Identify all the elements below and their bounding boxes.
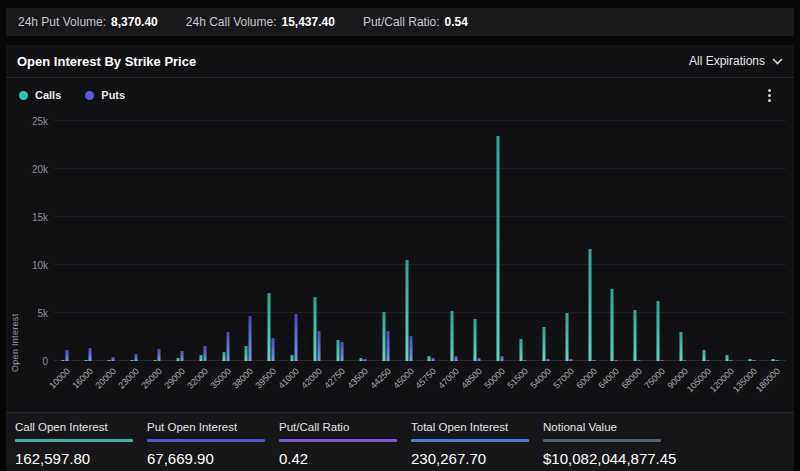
strike-group-75000[interactable] — [657, 301, 664, 361]
strike-group-43500[interactable] — [359, 358, 366, 361]
y-axis-tick-label: 20k — [6, 164, 48, 175]
put-bar — [203, 346, 206, 361]
strike-group-135000[interactable] — [748, 359, 755, 361]
put-bar — [729, 360, 732, 361]
x-axis-label: 51500 — [505, 366, 530, 391]
strike-group-10000[interactable] — [62, 350, 69, 361]
put-volume-24h-value: 8,370.40 — [111, 15, 158, 29]
call-bar — [176, 358, 179, 361]
x-axis-label: 64000 — [597, 366, 622, 391]
stat-label: Put Open Interest — [147, 421, 279, 433]
call-bar — [405, 260, 408, 361]
strike-group-48500[interactable] — [474, 319, 481, 361]
call-bar — [702, 350, 705, 361]
strike-group-44250[interactable] — [382, 312, 389, 361]
strike-group-29000[interactable] — [176, 351, 183, 361]
put-bar — [180, 351, 183, 361]
strike-group-35000[interactable] — [222, 332, 229, 361]
call-bar — [382, 312, 385, 361]
put-bar — [569, 359, 572, 361]
call-bar — [497, 136, 500, 361]
put-open-interest-stat: Put Open Interest 67,669.90 — [147, 421, 279, 471]
put-bar — [318, 331, 321, 361]
strike-group-54000[interactable] — [542, 327, 549, 361]
put-bar — [546, 359, 549, 361]
expirations-dropdown[interactable]: All Expirations — [689, 54, 783, 68]
open-interest-panel: Open Interest By Strike Price All Expira… — [6, 45, 794, 471]
put-bar — [112, 357, 115, 361]
x-axis-label: 105000 — [685, 366, 713, 394]
x-axis-label: 120000 — [708, 366, 736, 394]
chevron-down-icon — [772, 58, 783, 65]
strike-group-68000[interactable] — [634, 310, 641, 361]
x-axis-label: 35000 — [208, 366, 233, 391]
strike-group-51500[interactable] — [519, 339, 526, 361]
put-bar — [386, 331, 389, 361]
strike-group-64000[interactable] — [611, 289, 618, 361]
x-axis-label: 45000 — [391, 366, 416, 391]
put-bar — [135, 354, 138, 361]
call-bar — [268, 293, 271, 361]
strike-group-180000[interactable] — [771, 359, 778, 361]
strike-group-20000[interactable] — [108, 357, 115, 361]
stat-label: Put/Call Ratio — [279, 421, 411, 433]
put-bar — [501, 356, 504, 361]
call-bar — [519, 339, 522, 361]
call-bar — [771, 359, 774, 361]
chart-legend: Calls Puts — [6, 78, 794, 112]
put-bar — [615, 360, 618, 361]
call-bar — [314, 297, 317, 361]
call-volume-24h: 24h Call Volume:15,437.40 — [186, 15, 335, 29]
put-bar — [363, 359, 366, 361]
call-bar — [680, 332, 683, 361]
call-bar — [428, 356, 431, 361]
put-call-ratio-24h-value: 0.54 — [445, 15, 468, 29]
strike-group-45000[interactable] — [405, 260, 412, 361]
strike-group-60000[interactable] — [588, 249, 595, 361]
strike-group-57000[interactable] — [565, 313, 572, 361]
put-bar — [89, 348, 92, 361]
strike-group-32000[interactable] — [199, 346, 206, 361]
call-bar — [245, 346, 248, 361]
put-bar — [272, 338, 275, 361]
strike-group-47000[interactable] — [451, 311, 458, 361]
put-bar — [157, 349, 160, 361]
call-bar — [222, 352, 225, 361]
put-call-ratio-24h: Put/Call Ratio:0.54 — [363, 15, 468, 29]
strike-group-41000[interactable] — [291, 314, 298, 361]
put-bar — [340, 342, 343, 361]
y-axis-tick-label: 0 — [6, 356, 48, 367]
x-axis-label: 42750 — [322, 366, 347, 391]
put-bar — [478, 358, 481, 361]
footer-stats-bar: Call Open Interest 162,597.80 Put Open I… — [6, 412, 794, 471]
y-axis-tick-label: 5k — [6, 308, 48, 319]
strike-group-42000[interactable] — [314, 297, 321, 361]
strike-group-16000[interactable] — [85, 348, 92, 361]
kebab-menu-icon[interactable] — [760, 85, 778, 105]
strike-group-90000[interactable] — [680, 332, 687, 361]
x-axis-label: 57000 — [551, 366, 576, 391]
put-bar — [661, 360, 664, 361]
strike-group-50000[interactable] — [497, 136, 504, 361]
stat-underline — [543, 439, 661, 442]
puts-dot-icon — [85, 91, 94, 100]
strike-group-38000[interactable] — [245, 316, 252, 361]
expirations-dropdown-label: All Expirations — [689, 54, 765, 68]
x-axis-label: 29000 — [162, 366, 187, 391]
legend-item-calls[interactable]: Calls — [19, 89, 61, 101]
put-bar — [592, 360, 595, 361]
stat-label: Total Open Interest — [411, 421, 543, 433]
legend-item-puts[interactable]: Puts — [85, 89, 125, 101]
strike-group-42750[interactable] — [336, 340, 343, 361]
call-bar — [359, 358, 362, 361]
strike-group-23000[interactable] — [131, 354, 138, 361]
call-open-interest-stat: Call Open Interest 162,597.80 — [15, 421, 147, 471]
strike-group-105000[interactable] — [702, 350, 709, 361]
call-bar — [85, 360, 88, 361]
strike-group-26000[interactable] — [153, 349, 160, 361]
strike-group-120000[interactable] — [725, 355, 732, 361]
x-axis-label: 39500 — [254, 366, 279, 391]
strike-group-45750[interactable] — [428, 356, 435, 361]
stat-value: $10,082,044,877.45 — [543, 450, 675, 467]
strike-group-39500[interactable] — [268, 293, 275, 361]
